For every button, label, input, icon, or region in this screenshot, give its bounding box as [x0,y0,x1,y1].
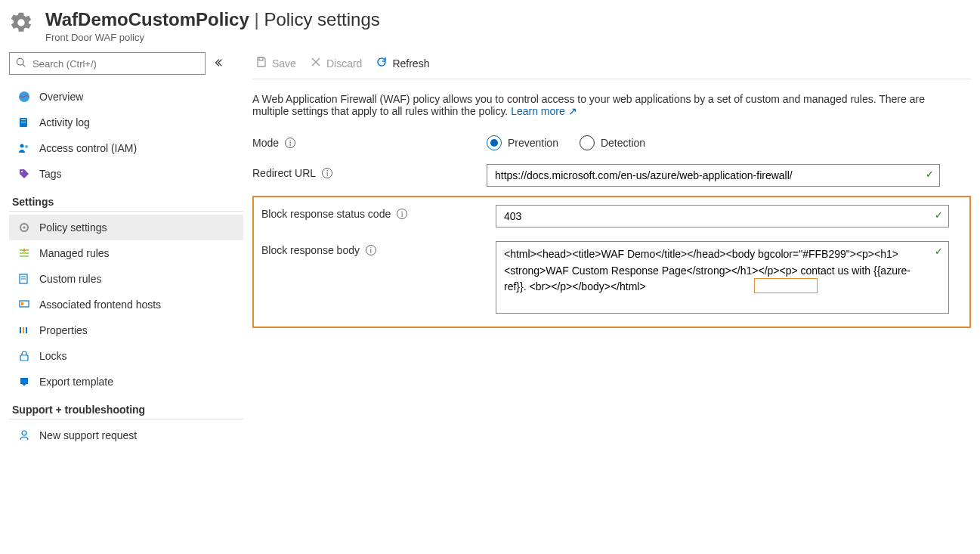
highlighted-region: Block response status code i ✓ Block res… [252,196,971,328]
sidebar-item-frontend-hosts[interactable]: Associated frontend hosts [9,292,243,317]
svg-point-21 [22,431,26,435]
info-icon[interactable]: i [366,245,376,255]
sidebar: Overview Activity log Access control (IA… [9,48,243,448]
sidebar-item-label: Activity log [39,116,90,128]
info-icon[interactable]: i [285,138,295,148]
mode-radio-detection[interactable]: Detection [580,135,645,150]
sidebar-item-access-control[interactable]: Access control (IAM) [9,135,243,161]
sidebar-item-label: Properties [39,324,88,336]
block-body-label: Block response body i [261,241,496,256]
sidebar-group-settings: Settings [9,187,243,212]
svg-point-8 [21,171,23,172]
learn-more-link[interactable]: Learn more ↗ [511,105,577,117]
page-subtitle: Front Door WAF policy [45,32,971,43]
sidebar-item-label: Custom rules [39,273,101,285]
mode-label: Mode i [252,134,487,149]
svg-rect-5 [21,122,26,122]
svg-point-0 [17,58,23,65]
rules-icon [18,247,30,259]
checkmark-icon: ✓ [926,169,934,180]
sidebar-item-label: Tags [39,168,62,180]
search-icon [16,57,26,70]
custom-rules-icon [18,273,30,285]
svg-line-1 [23,64,25,67]
redirect-url-input[interactable] [487,164,940,187]
sidebar-item-activity-log[interactable]: Activity log [9,110,243,135]
svg-point-7 [25,145,28,148]
search-input[interactable] [31,57,199,70]
save-button[interactable]: Save [255,56,296,70]
support-icon [18,429,30,441]
sidebar-item-tags[interactable]: Tags [9,161,243,187]
discard-button[interactable]: Discard [310,56,362,70]
radio-unchecked-icon [580,135,595,150]
external-link-icon: ↗ [568,105,577,117]
sidebar-item-policy-settings[interactable]: Policy settings [9,215,243,240]
gear-small-icon [18,221,30,234]
page-title: WafDemoCustomPolicy | Policy settings [45,9,971,30]
sidebar-item-overview[interactable]: Overview [9,84,243,110]
svg-rect-14 [20,301,29,307]
sidebar-item-label: Policy settings [39,221,107,234]
sidebar-item-locks[interactable]: Locks [9,343,243,369]
sidebar-item-label: New support request [39,429,137,441]
refresh-button[interactable]: Refresh [376,56,429,70]
sidebar-item-label: Managed rules [39,247,110,259]
info-icon[interactable]: i [322,168,332,178]
properties-icon [18,324,30,336]
gear-icon [9,11,33,35]
sidebar-item-properties[interactable]: Properties [9,317,243,343]
sidebar-item-managed-rules[interactable]: Managed rules [9,240,243,266]
save-icon [255,56,267,70]
sidebar-item-label: Access control (IAM) [39,142,137,154]
toolbar: Save Discard Refresh [252,52,971,79]
svg-rect-4 [21,119,26,120]
block-status-label: Block response status code i [261,205,496,220]
mode-radio-prevention[interactable]: Prevention [487,135,558,150]
main-content: Save Discard Refresh A Web Application F… [252,48,971,448]
radio-checked-icon [487,135,502,150]
lock-icon [18,350,30,362]
svg-rect-15 [21,302,23,305]
sidebar-item-label: Locks [39,350,67,362]
log-icon [18,116,30,128]
globe-icon [18,91,30,103]
sidebar-item-custom-rules[interactable]: Custom rules [9,266,243,292]
checkmark-icon: ✓ [935,246,943,257]
checkmark-icon: ✓ [935,209,943,221]
sidebar-item-export-template[interactable]: Export template [9,369,243,395]
export-icon [18,376,30,388]
svg-point-6 [20,144,24,148]
discard-icon [310,56,322,70]
hosts-icon [18,299,30,311]
block-status-input[interactable] [496,205,949,227]
sidebar-item-new-support-request[interactable]: New support request [9,422,243,448]
people-icon [18,142,30,154]
block-body-textarea[interactable] [496,241,949,314]
description-text: A Web Application Firewall (WAF) policy … [252,93,948,117]
collapse-sidebar-icon[interactable] [213,57,224,70]
sidebar-item-label: Export template [39,376,113,388]
search-input-wrapper[interactable] [9,52,206,75]
redirect-url-label: Redirect URL i [252,164,487,179]
svg-point-10 [23,227,26,229]
sidebar-group-support: Support + troubleshooting [9,395,243,419]
sidebar-item-label: Associated frontend hosts [39,299,161,311]
svg-rect-19 [20,355,28,361]
info-icon[interactable]: i [397,209,407,219]
sidebar-item-label: Overview [39,91,83,103]
svg-rect-22 [259,57,263,60]
tag-icon [18,168,30,180]
refresh-icon [376,56,388,70]
